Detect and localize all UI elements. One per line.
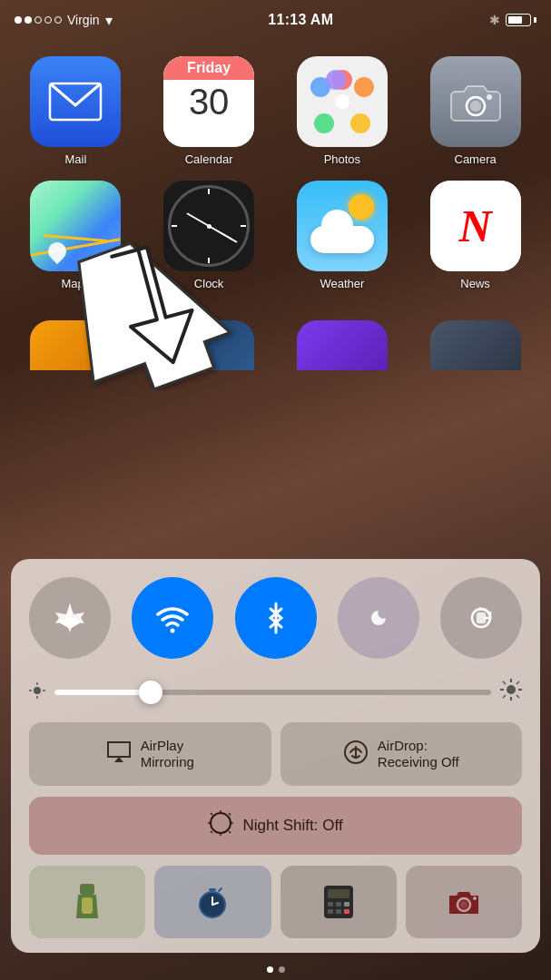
news-label: News — [460, 277, 490, 290]
signal-dot-4 — [44, 16, 52, 24]
svg-point-58 — [473, 897, 477, 900]
weather-cloud — [310, 226, 374, 253]
page-dot-2 — [279, 966, 285, 973]
weather-sun — [349, 194, 374, 220]
status-bar: Virgin ▾ 11:13 AM ✱ — [0, 0, 551, 40]
brightness-row — [29, 679, 522, 706]
bluetooth-toggle[interactable] — [235, 577, 317, 659]
svg-rect-52 — [344, 902, 349, 906]
donotdisturb-toggle[interactable] — [338, 577, 419, 659]
svg-line-27 — [517, 695, 519, 698]
svg-rect-14 — [477, 613, 485, 622]
news-letter: N — [459, 200, 492, 252]
camera-label: Camera — [455, 152, 497, 166]
calendar-date: 30 — [189, 83, 230, 120]
calendar-month: Friday — [163, 56, 254, 80]
signal-dot-2 — [25, 16, 32, 24]
svg-line-37 — [229, 831, 231, 833]
svg-rect-55 — [344, 909, 349, 914]
wifi-toggle[interactable] — [132, 577, 213, 659]
signal-dots — [15, 16, 62, 24]
night-shift-icon — [208, 810, 233, 841]
news-icon: N — [430, 181, 521, 271]
status-time: 11:13 AM — [268, 12, 333, 28]
airdrop-button[interactable]: AirDrop:Receiving Off — [280, 722, 523, 786]
app-item-mail[interactable]: Mail — [9, 49, 143, 173]
svg-point-21 — [507, 685, 516, 694]
svg-point-57 — [460, 901, 467, 908]
airplay-button[interactable]: AirPlayMirroring — [29, 722, 271, 786]
app-item-weather[interactable]: Weather — [276, 173, 409, 298]
rotation-toggle[interactable] — [440, 577, 522, 659]
svg-rect-50 — [328, 902, 333, 906]
page-dot-1 — [267, 966, 273, 973]
app-item-calendar[interactable]: Friday 30 Calendar — [143, 49, 276, 173]
airplay-label: AirPlayMirroring — [141, 738, 194, 770]
airplay-icon — [106, 740, 132, 769]
signal-dot-5 — [54, 16, 62, 24]
night-shift-button[interactable]: Night Shift: Off — [29, 797, 522, 855]
wifi-status-icon: ▾ — [105, 12, 113, 29]
airplane-toggle[interactable] — [29, 577, 111, 659]
svg-rect-54 — [336, 909, 341, 914]
calendar-label: Calendar — [185, 152, 233, 166]
timer-icon — [195, 885, 230, 919]
calculator-button[interactable] — [280, 866, 397, 938]
bluetooth-status-icon: ✱ — [489, 13, 500, 27]
svg-point-4 — [487, 94, 492, 100]
page-dots — [267, 966, 285, 973]
weather-icon — [297, 181, 388, 271]
brightness-fill — [54, 690, 151, 695]
brightness-high-icon — [500, 679, 522, 706]
flashlight-icon — [73, 884, 102, 920]
brightness-slider[interactable] — [54, 690, 491, 695]
battery-body — [506, 14, 531, 26]
app-item-camera[interactable]: Camera — [408, 49, 542, 173]
photos-icon — [297, 56, 388, 147]
signal-dot-1 — [15, 16, 22, 24]
svg-line-39 — [211, 831, 212, 833]
battery-fill — [508, 16, 522, 24]
svg-point-3 — [470, 101, 481, 112]
airdrop-icon — [343, 740, 369, 769]
weather-label: Weather — [320, 277, 364, 290]
camera-quick-button[interactable] — [406, 866, 522, 938]
airdrop-label: AirDrop:Receiving Off — [378, 738, 459, 770]
arrow-overlay — [73, 227, 254, 390]
carrier-label: Virgin — [67, 13, 100, 27]
photos-label: Photos — [324, 152, 360, 166]
camera-icon — [430, 56, 521, 147]
mail-icon — [30, 56, 121, 147]
svg-rect-53 — [328, 909, 333, 914]
mail-label: Mail — [64, 152, 86, 166]
app-item-news[interactable]: N News — [408, 173, 542, 298]
svg-rect-40 — [80, 884, 94, 895]
calculator-icon — [322, 884, 355, 920]
svg-rect-51 — [336, 902, 341, 906]
timer-button[interactable] — [154, 866, 271, 938]
app-item-photos[interactable]: Photos — [276, 49, 409, 173]
action-buttons-row: AirPlayMirroring AirDrop:Receiving Off — [29, 722, 522, 786]
partial-app-3 — [276, 318, 409, 372]
svg-line-36 — [211, 813, 212, 815]
quick-icons-row — [29, 866, 522, 938]
svg-line-26 — [503, 681, 506, 684]
night-shift-label: Night Shift: Off — [242, 817, 342, 835]
signal-dot-3 — [34, 16, 42, 24]
battery-tip — [534, 17, 536, 23]
svg-point-11 — [171, 629, 175, 633]
svg-point-31 — [211, 813, 231, 833]
flashlight-button[interactable] — [29, 866, 145, 938]
toggle-row — [29, 577, 522, 659]
svg-rect-46 — [209, 888, 216, 891]
svg-line-47 — [219, 888, 221, 891]
brightness-low-icon — [29, 682, 45, 702]
brightness-thumb[interactable] — [139, 681, 162, 704]
status-left: Virgin ▾ — [15, 12, 113, 29]
camera-quick-icon — [446, 887, 482, 917]
svg-line-28 — [503, 695, 506, 698]
svg-line-29 — [517, 681, 519, 684]
partial-app-4 — [408, 318, 542, 372]
svg-rect-49 — [328, 889, 349, 898]
svg-point-16 — [34, 687, 41, 694]
